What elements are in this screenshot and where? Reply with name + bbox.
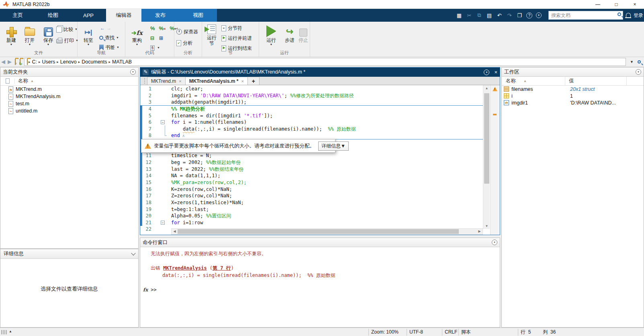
tab-close-icon[interactable]: × [241, 79, 243, 84]
find-button[interactable]: 查找▼ [99, 34, 119, 42]
sign-in-link[interactable]: 登录 [634, 12, 643, 19]
goto-button[interactable]: ↦| 转至▼ [80, 23, 97, 46]
error-link[interactable]: MKTrendAnalysis [163, 265, 206, 271]
scroll-right-icon[interactable]: ▶ [476, 229, 482, 234]
name-column-header[interactable]: 名称 [15, 78, 28, 84]
code-editor[interactable]: 1clc; clear;2imgdir1 = 'D:\RAW DATA\NDVI… [140, 85, 500, 235]
command-window-output[interactable]: 无法执行赋值，因为左侧的索引与右侧的大小不兼容。出错 MKTrendAnalys… [140, 247, 500, 327]
run-advance-button[interactable]: 运行并前进 [221, 34, 252, 42]
ribbon-tab-view[interactable]: 视图 [179, 9, 217, 22]
indent-icon[interactable]: ⊞ [159, 35, 163, 41]
qat-cut-icon[interactable]: ✂ [466, 12, 472, 18]
warning-details-button[interactable]: 详细信息▼ [318, 141, 349, 151]
breadcrumb-item[interactable]: Documents [80, 59, 108, 65]
editor-close-icon[interactable]: × [494, 69, 497, 75]
breadcrumb-item[interactable]: MATLAB [110, 59, 133, 65]
error-link[interactable]: 第 7 行 [213, 265, 231, 271]
workspace-row[interactable]: chimgdir1'D:\RAW DATA\ND... [502, 99, 644, 106]
analyze-button[interactable]: ✓ 分析 [176, 39, 192, 47]
editor-message-bar[interactable] [490, 85, 500, 235]
minimize-button[interactable]: — [589, 0, 607, 9]
new-button[interactable]: 新建▼ [2, 23, 20, 46]
close-button[interactable]: × [626, 0, 644, 9]
comment-icon[interactable]: % [150, 25, 155, 31]
vertical-scroll-thumb[interactable] [484, 93, 489, 184]
run-section-button[interactable]: 运行 节 [204, 23, 220, 46]
search-folder-icon[interactable] [638, 60, 641, 64]
browse-folder-icon[interactable]: ↻ [20, 59, 20, 65]
breadcrumb-item[interactable]: Users [41, 59, 57, 65]
address-dropdown-icon[interactable]: ▼ [630, 60, 634, 64]
status-eol[interactable]: CRLF [442, 328, 458, 336]
new-tab-button[interactable]: + [247, 77, 260, 85]
workspace-row[interactable]: filenames20x1 struct [502, 86, 644, 92]
step-button[interactable]: ↪ 步进 [282, 23, 297, 43]
ribbon-tab-apps[interactable]: APP [71, 9, 106, 22]
breadcrumb-item[interactable]: Lenovo [59, 59, 78, 65]
splitter-collapse-icon[interactable]: ▲ [9, 330, 12, 333]
qat-help-icon[interactable]: ? [526, 12, 532, 18]
open-button[interactable]: 打开▼ [21, 23, 39, 46]
tab-close-icon[interactable]: × [179, 79, 181, 84]
workspace-row[interactable]: i1 [502, 92, 644, 99]
file-row[interactable]: untitled.m [0, 107, 138, 115]
tab-drag-handle[interactable] [144, 78, 146, 84]
workspace-menu-icon[interactable]: ▼ [636, 69, 641, 75]
message-bar-warning-icon[interactable] [493, 87, 497, 91]
file-row[interactable]: test.m [0, 100, 138, 107]
smart-indent-icon[interactable]: ⊟ [150, 35, 154, 41]
ribbon-tab-home[interactable]: 主页 [0, 9, 35, 22]
nav-history-buttons[interactable]: ← → [100, 24, 111, 32]
qat-save-icon[interactable]: ▦ [456, 12, 462, 18]
editor-menu-icon[interactable]: ▼ [484, 70, 489, 75]
search-icon[interactable] [617, 12, 621, 16]
current-folder-icon[interactable] [27, 59, 28, 65]
warning-line-marker[interactable] [493, 114, 497, 115]
qat-copy-icon[interactable]: ⧉ [476, 12, 482, 18]
ribbon-tab-plots[interactable]: 绘图 [35, 9, 71, 22]
refactor-button[interactable]: ➔fx 重构▼ [128, 23, 146, 46]
current-folder-menu-icon[interactable]: ▼ [130, 69, 136, 75]
workspace-columns-header[interactable]: 名称 ▲ 值 [502, 77, 644, 86]
qat-redo-icon[interactable]: ↷ [506, 12, 513, 18]
editor-horizontal-scrollbar[interactable]: ◀ ▶ [171, 228, 483, 235]
scroll-left-icon[interactable]: ◀ [172, 229, 178, 234]
editor-vertical-scrollbar[interactable]: ▲ ▼ [483, 85, 490, 229]
workspace-name-header[interactable]: 名称 [502, 78, 565, 84]
maximize-button[interactable]: □ [607, 0, 626, 9]
splitter-grip-icon[interactable] [1, 330, 8, 334]
command-window-menu-icon[interactable]: ▼ [492, 240, 497, 245]
print-button[interactable]: 打印▼ [56, 37, 78, 45]
ribbon-tab-editor[interactable]: 编辑器 [106, 9, 141, 22]
folder-back-icon[interactable]: ◀ [1, 59, 5, 65]
up-folder-icon[interactable]: ↑ [15, 59, 16, 65]
command-prompt[interactable]: fx >> [143, 286, 500, 293]
qat-undo-icon[interactable]: ↶ [496, 12, 503, 18]
qat-window-layout-icon[interactable]: ❐ [516, 12, 523, 18]
file-list-header[interactable]: 名称 ▲ [0, 77, 138, 86]
file-row[interactable]: MKTrendAnalysis.m [0, 93, 138, 100]
back-arrow-icon[interactable]: ← [100, 25, 105, 31]
ribbon-tab-publish[interactable]: 发布 [141, 9, 179, 22]
fold-marker[interactable]: − [161, 120, 165, 124]
run-button[interactable]: 运行▼ [262, 23, 280, 46]
uncomment-icon[interactable]: %× [159, 25, 166, 31]
qat-paste-icon[interactable]: ▤ [486, 12, 493, 18]
scroll-down-icon[interactable]: ▼ [483, 223, 490, 229]
address-bar[interactable]: ▸C:▸Users▸Lenovo▸Documents▸MATLAB [24, 58, 626, 66]
file-row[interactable]: MKTrend.m [0, 86, 138, 93]
editor-tab[interactable]: MKTrendAnalysis.m *× [185, 77, 248, 85]
section-break-button[interactable]: ≡ 分节符 [221, 24, 242, 32]
status-encoding[interactable]: UTF-8 [407, 328, 442, 336]
scroll-up-icon[interactable]: ▲ [483, 85, 490, 91]
save-button[interactable]: 保存▼ [39, 23, 57, 46]
notifications-bell-icon[interactable] [626, 13, 631, 17]
compare-button[interactable]: 比较▼ [56, 25, 78, 33]
profiler-button[interactable]: 探查器 [176, 28, 198, 36]
workspace-value-header[interactable]: 值 [565, 78, 574, 84]
status-zoom[interactable]: Zoom: 100% [368, 328, 407, 336]
fold-marker[interactable]: − [161, 221, 165, 225]
horizontal-scroll-thumb[interactable] [178, 229, 459, 234]
folder-forward-icon[interactable]: ▶ [8, 59, 12, 65]
qat-dropdown-icon[interactable]: ▼ [536, 12, 542, 18]
